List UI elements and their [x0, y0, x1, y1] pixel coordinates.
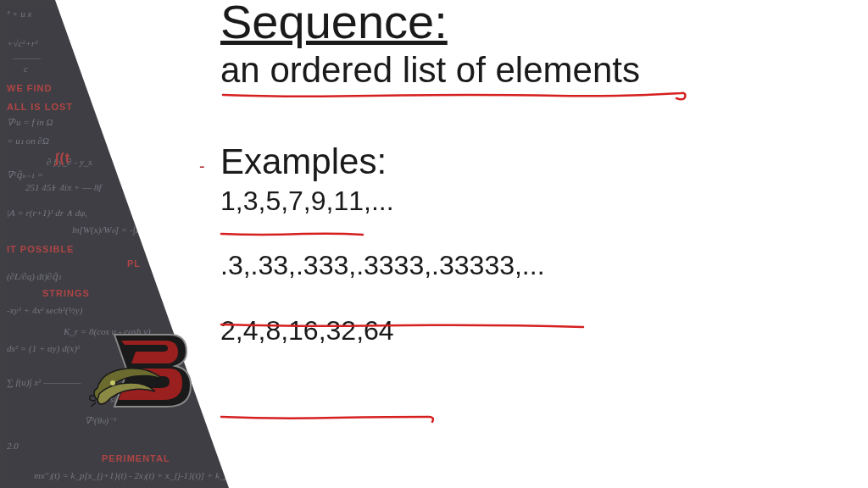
- svg-point-31: [110, 380, 115, 385]
- examples-heading: - Examples:: [220, 141, 843, 182]
- svg-text:STRINGS: STRINGS: [42, 288, 90, 298]
- svg-text:WE FIND: WE FIND: [7, 83, 52, 93]
- svg-text:∇²q̄ₙ₋₁ =: ∇²q̄ₙ₋₁ =: [7, 169, 43, 180]
- svg-text:c: c: [24, 64, 28, 74]
- annotation-underline-example3: [219, 412, 439, 427]
- svg-text:ds² =    (1 + αy)    d(x)²: ds² = (1 + αy) d(x)²: [7, 343, 81, 354]
- svg-text:= u₁    on ∂Ω: = u₁ on ∂Ω: [7, 136, 49, 146]
- example-3: 2,4,8,16,32,64: [220, 313, 843, 349]
- slide-subtitle: an ordered list of elements: [220, 50, 843, 91]
- school-logo: [89, 322, 208, 424]
- svg-text:∇²u = f    in Ω: ∇²u = f in Ω: [7, 117, 53, 127]
- bullet-icon: -: [199, 157, 205, 176]
- slide-content: Sequence: an ordered list of elements - …: [220, 0, 843, 348]
- svg-text:2.0: 2.0: [7, 441, 19, 451]
- svg-text:PL: PL: [127, 258, 141, 269]
- slide-title: Sequence:: [220, 0, 843, 48]
- svg-text:IT POSSIBLE: IT POSSIBLE: [7, 244, 74, 254]
- svg-text:∫(t: ∫(t: [53, 151, 70, 166]
- svg-text:|A = r(r+1)² dr ∧ dφ,: |A = r(r+1)² dr ∧ dφ,: [7, 208, 87, 219]
- svg-text:ALL IS LOST: ALL IS LOST: [7, 102, 73, 112]
- svg-text:PERIMENTAL: PERIMENTAL: [102, 453, 170, 463]
- svg-text:mx″ⱼ(t) = k_p[x_{j+1}(t) - 2xⱼ: mx″ⱼ(t) = k_p[x_{j+1}(t) - 2xⱼ(t) + x_{j…: [34, 470, 229, 481]
- example-2: .3,.33,.333,.3333,.33333,...: [220, 248, 843, 284]
- svg-text:³ + u x: ³ + u x: [7, 8, 31, 19]
- svg-text:―――: ―――: [12, 53, 42, 63]
- svg-text:∑ f(u)∫   x² ――――: ∑ f(u)∫ x² ――――: [7, 377, 81, 388]
- examples-label-text: Examples:: [220, 141, 387, 181]
- svg-text:(∂L/∂q) dt)∂q̄₁: (∂L/∂q) dt)∂q̄₁: [7, 271, 62, 282]
- example-1: 1,3,5,7,9,11,...: [220, 184, 843, 219]
- svg-text:+ 4iπ + ― 8f: + 4iπ + ― 8f: [51, 182, 103, 192]
- svg-text:+√c²+r²: +√c²+r²: [7, 38, 38, 48]
- svg-text:ln[W(x)/W₀] = -∫P(: ln[W(x)/W₀] = -∫P(: [72, 225, 145, 236]
- svg-text:-xy² + 4x²   sech²(½y): -xy² + 4x² sech²(½y): [7, 305, 83, 316]
